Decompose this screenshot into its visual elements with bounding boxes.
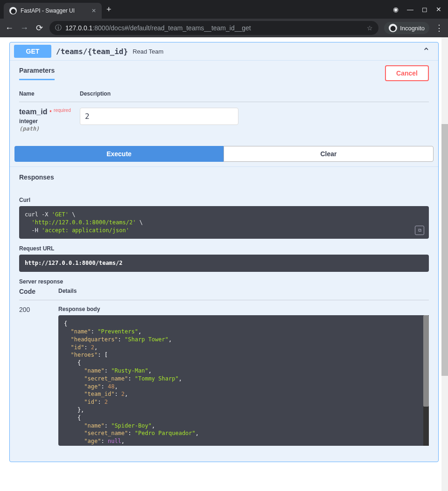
column-header-code: Code bbox=[19, 288, 58, 295]
column-header-description: Description bbox=[80, 90, 111, 97]
maximize-icon[interactable]: ◻ bbox=[422, 6, 427, 13]
browser-tab[interactable]: ⬤ FastAPI - Swagger UI ✕ bbox=[4, 3, 102, 19]
page-viewport[interactable]: GET /teams/{team_id} Read Team ⌃ Paramet… bbox=[0, 37, 448, 491]
team-id-input[interactable] bbox=[80, 108, 238, 125]
parameters-tab[interactable]: Parameters bbox=[19, 67, 55, 80]
operation-block: GET /teams/{team_id} Read Team ⌃ Paramet… bbox=[9, 42, 439, 462]
window-controls: ◉ — ◻ ✕ bbox=[393, 6, 444, 13]
parameter-row: team_id * required integer (path) bbox=[19, 108, 429, 132]
required-label: required bbox=[54, 108, 71, 113]
tab-favicon: ⬤ bbox=[9, 7, 17, 14]
param-location: (path) bbox=[19, 125, 80, 132]
required-star-icon: * bbox=[49, 109, 52, 116]
new-tab-button[interactable]: + bbox=[106, 5, 112, 14]
address-bar: ← → ⟳ ⓘ 127.0.0.1:8000/docs#/default/rea… bbox=[0, 19, 448, 37]
incognito-badge[interactable]: ⬤ Incognito bbox=[384, 22, 429, 34]
param-type: integer bbox=[19, 118, 80, 124]
response-status-code: 200 bbox=[19, 306, 58, 313]
browser-account-icon[interactable]: ◉ bbox=[393, 6, 399, 13]
response-body-label: Response body bbox=[58, 306, 429, 312]
clear-button[interactable]: Clear bbox=[224, 146, 434, 162]
reload-icon[interactable]: ⟳ bbox=[35, 23, 44, 33]
site-info-icon[interactable]: ⓘ bbox=[55, 24, 62, 32]
forward-icon[interactable]: → bbox=[20, 23, 29, 33]
copy-curl-icon[interactable]: ⧉ bbox=[415, 226, 424, 235]
curl-code-block: curl -X 'GET' \ 'http://127.0.0.1:8000/t… bbox=[19, 206, 429, 239]
column-header-details: Details bbox=[58, 288, 77, 295]
request-url-label: Request URL bbox=[19, 245, 429, 252]
bookmark-star-icon[interactable]: ☆ bbox=[367, 24, 373, 32]
responses-title: Responses bbox=[19, 173, 429, 181]
minimize-icon[interactable]: — bbox=[407, 6, 413, 13]
response-body-block[interactable]: { "name": "Preventers", "headquarters": … bbox=[58, 315, 429, 446]
curl-label: Curl bbox=[19, 197, 429, 203]
server-response-label: Server response bbox=[19, 278, 429, 285]
back-icon[interactable]: ← bbox=[5, 23, 14, 33]
response-scrollbar[interactable] bbox=[423, 315, 429, 446]
close-window-icon[interactable]: ✕ bbox=[436, 6, 441, 13]
chevron-up-icon[interactable]: ⌃ bbox=[422, 46, 430, 57]
tab-title: FastAPI - Swagger UI bbox=[21, 7, 75, 14]
responses-section-header: Responses bbox=[10, 166, 438, 187]
cancel-button[interactable]: Cancel bbox=[385, 65, 429, 81]
column-header-name: Name bbox=[19, 90, 80, 97]
operation-summary[interactable]: GET /teams/{team_id} Read Team ⌃ bbox=[10, 42, 438, 60]
incognito-icon: ⬤ bbox=[389, 24, 397, 32]
incognito-label: Incognito bbox=[400, 25, 425, 32]
browser-title-bar: ⬤ FastAPI - Swagger UI ✕ + ◉ — ◻ ✕ bbox=[0, 0, 448, 19]
endpoint-path: /teams/{team_id} bbox=[56, 47, 128, 56]
browser-menu-icon[interactable]: ⋮ bbox=[435, 23, 443, 33]
request-url-block: http://127.0.0.1:8000/teams/2 bbox=[19, 255, 429, 272]
http-method-badge: GET bbox=[14, 45, 51, 58]
url-host: 127.0.0.1 bbox=[65, 24, 92, 32]
endpoint-summary: Read Team bbox=[133, 48, 163, 55]
page-scrollbar[interactable] bbox=[441, 37, 448, 491]
param-name: team_id bbox=[19, 108, 47, 116]
close-tab-icon[interactable]: ✕ bbox=[91, 7, 96, 14]
execute-button[interactable]: Execute bbox=[14, 146, 224, 162]
url-input[interactable]: ⓘ 127.0.0.1:8000/docs#/default/read_team… bbox=[49, 21, 378, 35]
url-path: :8000/docs#/default/read_team_teams__tea… bbox=[92, 24, 251, 32]
